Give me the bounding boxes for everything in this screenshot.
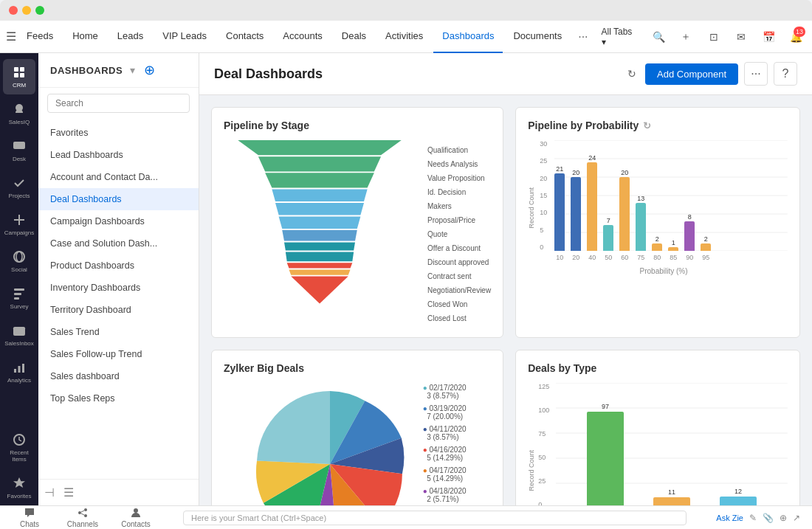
sidebar-title: DASHBOARDS	[50, 65, 123, 76]
sidebar-nav-product[interactable]: Product Dashboards	[38, 255, 199, 277]
nav-accounts[interactable]: Accounts	[274, 21, 331, 53]
bar-new-business: 12	[720, 488, 757, 505]
nav-more-button[interactable]: ···	[572, 30, 593, 44]
add-button[interactable]: ＋	[675, 25, 697, 49]
sidebar-nav-inventory[interactable]: Inventory Dashboards	[38, 277, 199, 299]
sidebar-icon-social[interactable]: Social	[3, 243, 35, 279]
pipeline-by-probability-card: Pipeline by Probability ↻ Record Count 3…	[515, 107, 800, 338]
bar-val-90: 8	[688, 213, 692, 221]
nav-deals[interactable]: Deals	[333, 21, 375, 53]
sidebar-panel: DASHBOARDS ▾ ⊕ Favorites Lead Dashboards…	[38, 53, 199, 505]
sidebar-dropdown-icon[interactable]: ▾	[130, 64, 135, 76]
pipeline-by-probability-title: Pipeline by Probability ↻	[528, 120, 788, 131]
sidebar-nav-territory[interactable]: Territory Dashboard	[38, 299, 199, 321]
svg-rect-14	[22, 364, 24, 373]
sidebar-icon-projects[interactable]: Projects	[3, 170, 35, 205]
sidebar-nav-sales-followup[interactable]: Sales Follow-up Trend	[38, 343, 199, 365]
sidebar-nav-favorites[interactable]: Favorites	[38, 122, 199, 144]
sidebar-icon-desk[interactable]: Desk	[3, 133, 35, 168]
hamburger-menu[interactable]: ☰	[6, 25, 16, 49]
smart-chat-input[interactable]: Here is your Smart Chat (Ctrl+Space)	[183, 511, 687, 525]
sidebar-list-icon[interactable]: ☰	[63, 485, 74, 499]
nav-feeds[interactable]: Feeds	[18, 21, 62, 53]
bottom-icon-1[interactable]: ✎	[749, 513, 757, 523]
nav-dashboards[interactable]: Dashboards	[433, 21, 503, 53]
deals-by-type-card: Deals by Type Record Count 1251007550250	[515, 350, 800, 505]
svg-rect-2	[14, 73, 18, 77]
bar-val-60: 20	[621, 169, 628, 176]
nav-documents[interactable]: Documents	[504, 21, 571, 53]
bar-val-85: 1	[672, 239, 675, 246]
bar-group-95: 2	[701, 235, 711, 251]
bottom-bar: Chats Channels Contacts Here is your Sma…	[0, 505, 812, 529]
sidebar-nav-case-solution[interactable]: Case and Solution Dash...	[38, 232, 199, 255]
calendar-button[interactable]: 📅	[757, 25, 779, 49]
refresh-icon[interactable]: ↻	[627, 68, 636, 80]
sidebar-nav-deal-dashboards[interactable]: Deal Dashboards	[38, 188, 199, 210]
bar-40-orange	[587, 162, 597, 251]
nav-activities[interactable]: Activities	[376, 21, 432, 53]
svg-rect-0	[14, 67, 18, 72]
nav-leads[interactable]: Leads	[109, 21, 152, 53]
sidebar-icon-salesinbox[interactable]: SalesInbox	[3, 317, 35, 353]
sidebar-icon-crm[interactable]: CRM	[3, 59, 35, 94]
all-tabs-dropdown[interactable]: All Tabs ▾	[596, 27, 642, 47]
nav-home[interactable]: Home	[63, 21, 107, 53]
pie-legend-item-5: ● 04/17/2020 5 (14.29%)	[423, 466, 467, 483]
funnel-label-proposal: Proposal/Price Quote	[427, 213, 491, 241]
sidebar-icon-survey[interactable]: Survey	[3, 280, 35, 316]
deals-type-y-axis: 1251007550250	[538, 383, 549, 505]
header-actions: ↻ Add Component ··· ?	[627, 62, 797, 86]
pie-legend-item-6: ● 04/18/2020 2 (5.71%)	[423, 487, 467, 503]
mail-button[interactable]: ✉	[730, 25, 751, 49]
deals-type-chart-wrap: Record Count 1251007550250	[528, 383, 788, 505]
nav-vip-leads[interactable]: VIP Leads	[154, 21, 216, 53]
svg-point-43	[84, 514, 87, 517]
bar-group-20: 20	[571, 169, 581, 251]
sidebar-icon-analytics[interactable]: Analytics	[3, 354, 35, 390]
bar-group-50: 7	[603, 217, 613, 251]
sidebar-icon-recent[interactable]: Recent Items	[3, 426, 35, 469]
funnel-label-value-prop: Value Proposition	[427, 171, 491, 185]
nav-contacts[interactable]: Contacts	[217, 21, 272, 53]
bottom-icon-3[interactable]: ⊕	[780, 513, 787, 523]
x-axis-title: Probability (%)	[540, 267, 788, 275]
bar-val-95: 2	[704, 235, 708, 243]
bottom-icon-2[interactable]: 📎	[763, 513, 774, 523]
minimize-button[interactable]	[22, 6, 31, 15]
content-header: Deal Dashboards ↻ Add Component ··· ?	[199, 53, 812, 95]
screen-record-button[interactable]: ⊡	[703, 25, 724, 49]
bottom-tab-chats[interactable]: Chats	[12, 507, 47, 528]
sidebar-icon-favorites[interactable]: Favorites	[3, 470, 35, 505]
close-button[interactable]	[9, 6, 18, 15]
sidebar-add-icon[interactable]: ⊕	[144, 62, 155, 78]
bottom-tab-contacts[interactable]: Contacts	[118, 507, 154, 528]
sidebar-icon-campaigns[interactable]: Campaigns	[3, 207, 35, 242]
sidebar-collapse-icon[interactable]: ⊣	[44, 485, 55, 499]
probability-chart-wrap: Record Count 302520151050	[528, 140, 788, 275]
sidebar-nav-sales-trend[interactable]: Sales Trend	[38, 321, 199, 343]
notifications-button[interactable]: 🔔 13	[785, 25, 807, 49]
funnel-container: Qualification Needs Analysis Value Propo…	[224, 140, 491, 325]
probability-bars: 21 20	[554, 140, 788, 251]
help-button[interactable]: ?	[774, 62, 797, 86]
pie-legend: ● 02/17/2020 3 (8.57%) ● 03/19/2020 7 (2…	[423, 384, 467, 505]
sidebar-nav-sales-dashboard[interactable]: Sales dashboard	[38, 365, 199, 387]
search-button[interactable]: 🔍	[647, 25, 669, 49]
bottom-tab-channels[interactable]: Channels	[65, 507, 100, 528]
more-options-button[interactable]: ···	[744, 62, 768, 86]
bottom-icon-4[interactable]: ↗	[793, 513, 800, 523]
sidebar-nav-campaign[interactable]: Campaign Dashboards	[38, 210, 199, 232]
probability-refresh-icon[interactable]: ↻	[643, 120, 651, 131]
add-component-button[interactable]: Add Component	[645, 63, 738, 85]
icon-sidebar: CRM SalesIQ Desk Projects Campaigns Soci…	[0, 53, 38, 505]
search-input[interactable]	[47, 94, 190, 113]
svg-line-44	[81, 511, 84, 512]
sidebar-icon-salesiq[interactable]: SalesIQ	[3, 96, 35, 131]
sidebar-nav-lead-dashboards[interactable]: Lead Dashboards	[38, 144, 199, 166]
zylker-big-deals-title: Zylker Big Deals	[224, 362, 491, 374]
sidebar-nav-account-contact[interactable]: Account and Contact Da...	[38, 166, 199, 188]
ask-zie-label[interactable]: Ask Zie	[716, 514, 743, 522]
maximize-button[interactable]	[35, 6, 44, 15]
sidebar-nav-top-sales-reps[interactable]: Top Sales Reps	[38, 387, 199, 409]
